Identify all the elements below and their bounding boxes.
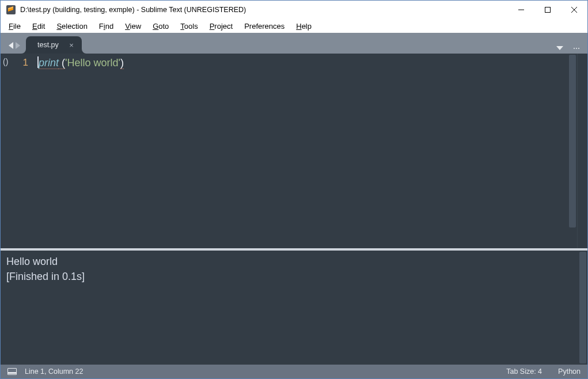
token-open-paren: ( bbox=[59, 57, 65, 69]
menu-help[interactable]: Help bbox=[290, 20, 317, 32]
menu-goto[interactable]: Goto bbox=[147, 20, 174, 32]
panel-toggle-icon[interactable] bbox=[7, 368, 17, 375]
code-line-1: print ('Hello world') bbox=[37, 56, 568, 70]
menu-project[interactable]: Project bbox=[204, 20, 238, 32]
tab-label: test.py bbox=[37, 41, 59, 49]
window-title: D:\test.py (building, testing, exmple) -… bbox=[20, 6, 246, 14]
minimap[interactable] bbox=[577, 54, 587, 248]
menu-preferences[interactable]: Preferences bbox=[238, 20, 290, 32]
tab-active[interactable]: test.py × bbox=[26, 36, 82, 54]
tab-bar: test.py × bbox=[1, 33, 587, 54]
editor-area: () 1 print ('Hello world') Hello world [… bbox=[1, 54, 587, 365]
scrollbar-thumb[interactable] bbox=[579, 252, 586, 363]
status-position[interactable]: Line 1, Column 22 bbox=[25, 367, 83, 376]
sublime-icon bbox=[6, 5, 16, 14]
close-button[interactable] bbox=[561, 1, 587, 19]
tab-close-icon[interactable]: × bbox=[69, 41, 74, 50]
menu-bar: File Edit Selection Find View Goto Tools… bbox=[1, 19, 587, 33]
gutter: () 1 bbox=[1, 54, 34, 248]
status-syntax[interactable]: Python bbox=[558, 367, 581, 376]
tab-more-icon[interactable] bbox=[574, 48, 579, 49]
build-output[interactable]: Hello world [Finished in 0.1s] bbox=[1, 251, 578, 365]
line-number: 1 bbox=[23, 56, 28, 70]
token-close-paren: ) bbox=[120, 57, 124, 69]
code-view[interactable]: print ('Hello world') bbox=[34, 54, 568, 248]
menu-view[interactable]: View bbox=[119, 20, 147, 32]
minimize-button[interactable] bbox=[508, 1, 534, 19]
menu-selection[interactable]: Selection bbox=[51, 20, 93, 32]
svg-rect-2 bbox=[545, 7, 551, 13]
menu-tools[interactable]: Tools bbox=[174, 20, 203, 32]
output-line: [Finished in 0.1s] bbox=[6, 269, 578, 284]
maximize-button[interactable] bbox=[534, 1, 561, 19]
output-panel: Hello world [Finished in 0.1s] bbox=[1, 251, 587, 365]
tab-nav-prev-icon[interactable] bbox=[9, 42, 13, 49]
app-window: D:\test.py (building, testing, exmple) -… bbox=[0, 0, 588, 379]
token-string: 'Hello world' bbox=[65, 57, 120, 69]
editor-pane: () 1 print ('Hello world') bbox=[1, 54, 587, 248]
editor-scrollbar[interactable] bbox=[568, 54, 577, 248]
status-tab-size[interactable]: Tab Size: 4 bbox=[506, 367, 542, 376]
scrollbar-thumb[interactable] bbox=[569, 55, 576, 228]
menu-find[interactable]: Find bbox=[93, 20, 119, 32]
tab-bar-tools bbox=[556, 46, 587, 54]
title-bar[interactable]: D:\test.py (building, testing, exmple) -… bbox=[1, 1, 587, 19]
token-func: print bbox=[39, 57, 59, 69]
tab-overflow-icon[interactable] bbox=[556, 46, 563, 50]
output-line: Hello world bbox=[6, 254, 578, 269]
fold-indicator: () bbox=[3, 57, 8, 66]
status-bar: Line 1, Column 22 Tab Size: 4 Python bbox=[1, 365, 587, 378]
app-body: test.py × () 1 print ('Hello world') bbox=[1, 33, 587, 378]
menu-file[interactable]: File bbox=[3, 20, 26, 32]
menu-edit[interactable]: Edit bbox=[26, 20, 51, 32]
output-scrollbar[interactable] bbox=[578, 251, 587, 365]
